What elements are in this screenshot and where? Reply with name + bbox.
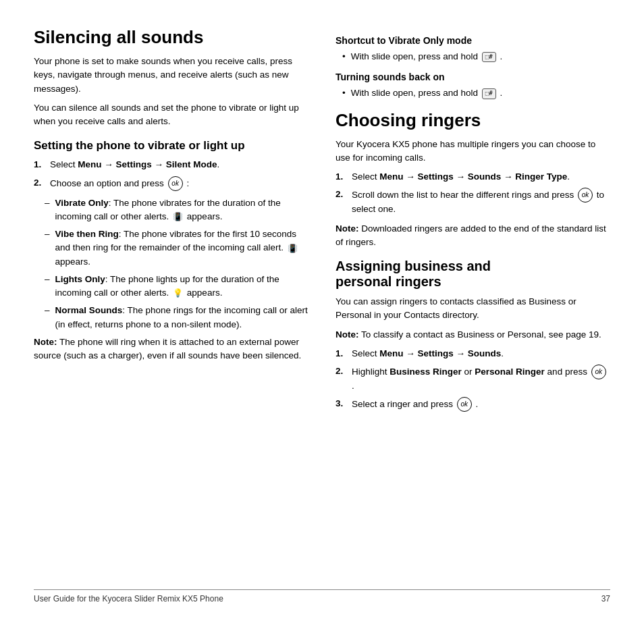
step-number: 3. xyxy=(336,397,349,410)
lights-only-option: Lights Only: The phone lights up for the… xyxy=(45,273,308,300)
turning-text: With slide open, press and hold ⬚# . xyxy=(351,86,502,100)
vibrate-only-option: Vibrate Only: The phone vibrates for the… xyxy=(45,196,308,224)
ok-button-icon: ok xyxy=(168,176,183,191)
option-label: Vibe then Ring xyxy=(55,229,119,239)
step-number: 2. xyxy=(336,188,349,201)
shortcut-text: With slide open, press and hold ⬚# . xyxy=(351,50,502,63)
shortcut-title: Shortcut to Vibrate Only mode xyxy=(336,35,610,46)
left-column: Silencing all sounds Your phone is set t… xyxy=(34,27,308,569)
vibe-ring-icon: 📳 xyxy=(288,242,298,254)
light-icon: 💡 xyxy=(173,287,183,299)
step-bold2: Personal Ringer xyxy=(475,367,545,377)
step-number: 1. xyxy=(336,170,349,184)
step-bold: Business Ringer xyxy=(390,367,462,377)
vibrate-steps-list: 1. Select Menu → Settings → Silent Mode.… xyxy=(34,158,308,190)
note-label: Note: xyxy=(336,223,359,234)
option-text: Normal Sounds: The phone rings for the i… xyxy=(55,304,308,331)
option-label: Vibrate Only xyxy=(55,198,109,208)
vibrate-options-list: Vibrate Only: The phone vibrates for the… xyxy=(45,196,308,331)
intro-p1: Your phone is set to make sounds when yo… xyxy=(34,55,308,96)
step-text: Select Menu → Settings → Silent Mode. xyxy=(50,158,219,171)
right-column: Shortcut to Vibrate Only mode With slide… xyxy=(336,27,610,569)
vibrate-step-2: 2. Choose an option and press ok : xyxy=(34,176,308,191)
step-text: Highlight Business Ringer or Personal Ri… xyxy=(352,365,610,393)
choosing-step-1: 1. Select Menu → Settings → Sounds → Rin… xyxy=(336,170,610,184)
step-number: 2. xyxy=(336,365,349,378)
note-text-content: To classify a contact as Business or Per… xyxy=(361,329,601,340)
assigning-step-1: 1. Select Menu → Settings → Sounds. xyxy=(336,347,610,360)
step-number: 2. xyxy=(34,176,47,190)
vibrate-step-1: 1. Select Menu → Settings → Silent Mode. xyxy=(34,158,308,171)
page: Silencing all sounds Your phone is set t… xyxy=(0,0,644,644)
step-text: Select a ringer and press ok . xyxy=(352,397,478,412)
step-text: Scroll down the list to hear the differe… xyxy=(352,188,610,216)
main-title: Silencing all sounds xyxy=(34,27,308,48)
choosing-intro: Your Kyocera KX5 phone has multiple ring… xyxy=(336,138,610,165)
step-bold: Menu → Settings → Sounds → Ringer Type xyxy=(379,171,567,182)
ok-button-icon: ok xyxy=(591,365,606,379)
option-text: Lights Only: The phone lights up for the… xyxy=(55,273,308,300)
turning-bullet: With slide open, press and hold ⬚# . xyxy=(336,86,610,100)
option-text: Vibrate Only: The phone vibrates for the… xyxy=(55,196,308,224)
note-text-content: The phone will ring when it is attached … xyxy=(34,337,301,360)
space-hash-key-icon: ⬚# xyxy=(482,52,496,63)
step-text: Select Menu → Settings → Sounds → Ringer… xyxy=(352,170,570,184)
option-label: Lights Only xyxy=(55,274,105,284)
choosing-title: Choosing ringers xyxy=(336,110,610,131)
vibe-then-ring-option: Vibe then Ring: The phone vibrates for t… xyxy=(45,227,308,269)
ok-button-icon: ok xyxy=(457,397,472,412)
step-text: Choose an option and press ok : xyxy=(50,176,189,191)
choosing-step-2: 2. Scroll down the list to hear the diff… xyxy=(336,188,610,216)
turning-list: With slide open, press and hold ⬚# . xyxy=(336,86,610,100)
step-bold: Menu → Settings → Sounds xyxy=(379,348,501,358)
step-bold: Menu → Settings → Silent Mode xyxy=(78,159,217,169)
space-hash-key-icon2: ⬚# xyxy=(482,88,496,99)
assigning-step-3: 3. Select a ringer and press ok . xyxy=(336,397,610,412)
option-text: Vibe then Ring: The phone vibrates for t… xyxy=(55,227,308,269)
page-number: 37 xyxy=(601,594,610,603)
choosing-note: Note: Downloaded ringers are added to th… xyxy=(336,222,610,250)
assigning-steps-list: 1. Select Menu → Settings → Sounds. 2. H… xyxy=(336,347,610,412)
assigning-title: Assigning business andpersonal ringers xyxy=(336,259,610,290)
step-text: Select Menu → Settings → Sounds. xyxy=(352,347,504,360)
footer-guide-text: User Guide for the Kyocera Slider Remix … xyxy=(34,594,223,603)
vibrate-icon: 📳 xyxy=(173,211,183,223)
step-number: 1. xyxy=(34,158,47,171)
vibrate-note: Note: The phone will ring when it is att… xyxy=(34,336,308,363)
note-label: Note: xyxy=(34,337,57,347)
content-area: Silencing all sounds Your phone is set t… xyxy=(34,27,610,569)
step-number: 1. xyxy=(336,347,349,360)
assigning-note: Note: To classify a contact as Business … xyxy=(336,328,610,342)
vibrate-section-title: Setting the phone to vibrate or light up xyxy=(34,139,308,153)
assigning-intro: You can assign ringers to contacts class… xyxy=(336,295,610,323)
note-label: Note: xyxy=(336,329,359,340)
assigning-step-2: 2. Highlight Business Ringer or Personal… xyxy=(336,365,610,393)
intro-p2: You can silence all sounds and set the p… xyxy=(34,101,308,129)
page-footer: User Guide for the Kyocera Slider Remix … xyxy=(34,589,610,603)
option-label: Normal Sounds xyxy=(55,305,123,315)
shortcut-bullet: With slide open, press and hold ⬚# . xyxy=(336,50,610,63)
turning-title: Turning sounds back on xyxy=(336,72,610,82)
ok-button-icon: ok xyxy=(578,188,593,203)
note-text-content: Downloaded ringers are added to the end … xyxy=(336,223,606,247)
choosing-steps-list: 1. Select Menu → Settings → Sounds → Rin… xyxy=(336,170,610,217)
shortcut-list: With slide open, press and hold ⬚# . xyxy=(336,50,610,63)
normal-sounds-option: Normal Sounds: The phone rings for the i… xyxy=(45,304,308,331)
